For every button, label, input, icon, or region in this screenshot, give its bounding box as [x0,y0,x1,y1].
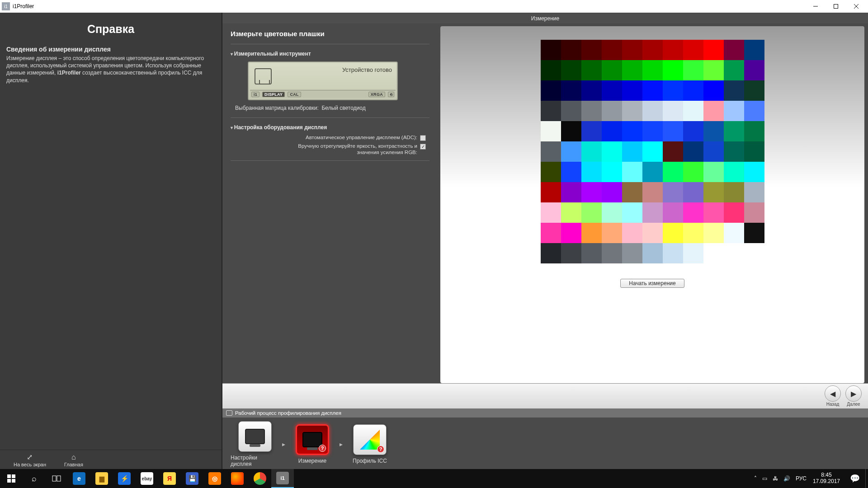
matrix-value: Белый светодиод [321,105,365,111]
fullscreen-label: На весь экран [14,462,46,467]
color-patch [581,162,602,182]
workflow-strip: Рабочий процесс профилирования дисплея Н… [222,408,868,469]
color-patch [602,80,622,101]
color-patch [561,80,581,101]
nav-next-button[interactable]: ▶ Далее [845,385,862,407]
show-desktop-button[interactable] [865,469,868,488]
color-patch [642,60,663,80]
tray-volume-icon[interactable]: 🔊 [783,475,790,482]
close-icon [854,4,859,9]
taskbar-app-ebay[interactable]: ebay [136,469,158,488]
svg-rect-4 [7,474,11,478]
color-patch [642,162,663,182]
monitor-small-icon [226,410,232,416]
tray-language-indicator[interactable]: РУС [796,475,807,482]
tray-overflow-button[interactable]: ˄ [754,475,757,482]
color-patch [561,60,581,80]
tray-network-icon[interactable]: 🖧 [773,475,778,482]
color-patch [581,80,602,101]
task-view-button[interactable] [45,469,68,488]
color-patch [703,162,724,182]
taskbar-app-edge[interactable]: e [68,469,90,488]
color-patch [642,202,663,223]
option-manual-checkbox[interactable]: ✓ [420,144,426,150]
taskbar-app-explorer[interactable]: ▆ [90,469,113,488]
color-patch [581,40,602,60]
tray-battery-icon[interactable]: ▭ [762,475,767,482]
svg-rect-9 [57,476,61,481]
color-patch [683,121,703,141]
fullscreen-button[interactable]: ⤢ На весь экран [14,454,46,467]
workflow-step-icc-profile[interactable]: ? Профиль ICC [345,424,394,464]
taskbar-app-save[interactable]: 💾 [181,469,203,488]
instrument-device-box: Устройство готово i1 DISPLAY CAL XRGA ⎋ [248,61,398,100]
home-button[interactable]: ⌂ Главная [64,454,83,467]
window-close-button[interactable] [846,0,866,13]
firefox-icon [231,472,244,485]
nav-back-label: Назад [826,402,840,407]
color-patch [622,223,642,243]
chip-xrga: XRGA [368,92,385,97]
color-patch [744,202,764,223]
taskbar-app-firefox[interactable] [226,469,249,488]
option-adc-checkbox[interactable] [420,135,426,141]
color-patch [622,60,642,80]
nav-next-label: Далее [847,402,860,407]
taskbar-clock[interactable]: 8:45 17.09.2017 [808,472,844,485]
color-patch [744,121,764,141]
matrix-label: Выбранная матрица калибровки: [235,105,319,111]
color-patch [724,40,744,60]
color-patch [683,182,703,202]
color-patch [724,202,744,223]
color-patch [642,101,663,121]
start-button[interactable] [0,469,23,488]
window-maximize-button[interactable] [826,0,846,13]
color-patch [683,202,703,223]
color-patch [663,40,683,60]
minimize-icon [813,4,818,9]
help-body: Измерение дисплея – это способ определен… [0,55,222,84]
chip-display: DISPLAY [262,92,285,97]
color-patch [703,223,724,243]
action-center-button[interactable]: 💬 [844,469,865,488]
color-patch [744,80,764,101]
warning-badge-icon: ? [377,446,384,453]
taskbar-app-i1profiler[interactable]: i1 [271,469,294,488]
color-patch [744,101,764,121]
color-patch [622,40,642,60]
device-status: Устройство готово [342,66,392,73]
home-icon: ⌂ [71,454,76,461]
start-measurement-button[interactable]: Начать измерение [620,279,684,288]
taskbar-app-yandex[interactable]: Я [158,469,181,488]
main-panel: Измерение Измерьте цветовые плашки Измер… [222,13,868,469]
color-patch [581,141,602,162]
color-patch [622,101,642,121]
taskbar-app-thunderbolt[interactable]: ⚡ [113,469,136,488]
color-patch [622,121,642,141]
taskbar-app-chrome[interactable] [249,469,271,488]
taskbar-app-orange[interactable]: ◎ [203,469,226,488]
color-patch [622,80,642,101]
workflow-step-measurement[interactable]: ? Измерение [288,424,337,464]
settings-column: Измерьте цветовые плашки Измерительный и… [231,26,429,383]
clock-time: 8:45 [813,472,840,479]
edge-icon: e [73,472,85,485]
color-patch [663,243,683,263]
color-patch [683,223,703,243]
color-patch [663,162,683,182]
floppy-icon: 💾 [186,472,198,485]
color-patch [703,101,724,121]
nav-back-button[interactable]: ◀ Назад [825,385,841,407]
search-button[interactable]: ⌕ [23,469,45,488]
color-patch [602,162,622,182]
home-label: Главная [64,462,83,467]
option-adc-label: Автоматическое управление дисплеем (ADC)… [282,134,417,141]
search-icon: ⌕ [32,474,37,483]
color-patch [602,101,622,121]
window-minimize-button[interactable] [805,0,826,13]
folder-icon: ▆ [95,472,108,485]
color-patch [724,182,744,202]
workflow-step3-label: Профиль ICC [353,458,387,464]
svg-rect-7 [12,479,15,483]
workflow-step-display-settings[interactable]: Настройки дисплея [231,421,279,467]
